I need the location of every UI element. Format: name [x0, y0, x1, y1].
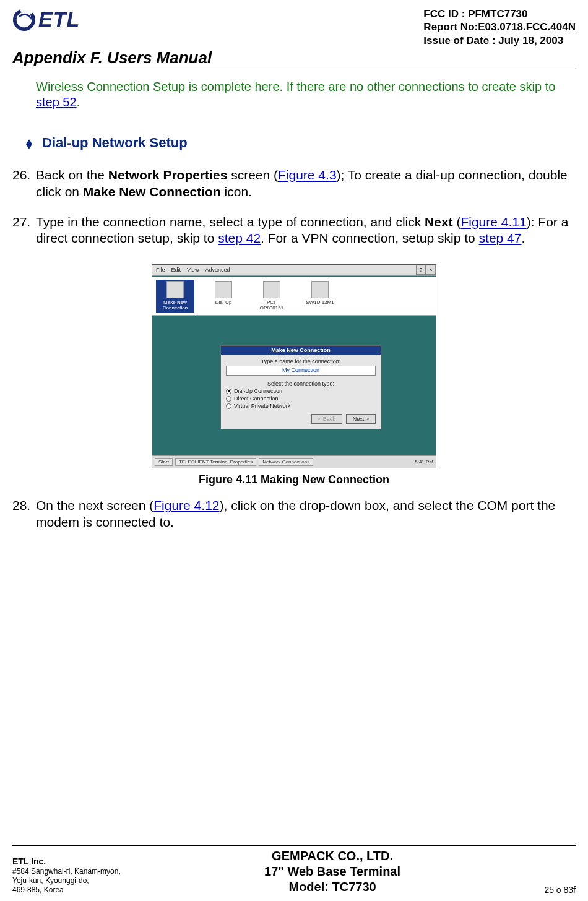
radio-label: Dial-Up Connection [234, 388, 282, 394]
step-26-text2: screen ( [227, 168, 278, 182]
menu-advanced[interactable]: Advanced [205, 267, 230, 274]
intro-body: Wireless Connection Setup is complete he… [36, 80, 555, 93]
link-figure-4-12[interactable]: Figure 4.12 [153, 498, 219, 512]
footer-left: ETL Inc. #584 Sangwhal-ri, Kanam-myon, Y… [12, 856, 121, 895]
taskbar-app-1[interactable]: TELECLIENT Terminal Properties [175, 458, 256, 466]
close-button[interactable]: × [426, 265, 436, 275]
back-button[interactable]: < Back [311, 414, 342, 424]
footer-addr1: #584 Sangwhal-ri, Kanam-myon, [12, 867, 121, 876]
make-new-connection-dialog: Make New Connection Type a name for the … [220, 345, 381, 429]
next-button[interactable]: Next > [346, 414, 376, 424]
intro-text: Wireless Connection Setup is complete he… [36, 79, 576, 110]
window-controls: ? × [416, 265, 436, 275]
icon-make-new-connection[interactable]: Make New Connection [156, 280, 194, 313]
radio-direct[interactable]: Direct Connection [226, 395, 376, 402]
icon-pci[interactable]: PCI- OP830151 [253, 280, 291, 313]
help-button[interactable]: ? [416, 265, 426, 275]
link-step-47[interactable]: step 47 [479, 231, 522, 245]
footer-center-3: Model: TC7730 [264, 879, 400, 895]
connection-name-input[interactable]: My Connection [226, 366, 376, 376]
logo-text: ETL [38, 7, 80, 32]
header-meta: FCC ID : PFMTC7730 Report No:E03.0718.FC… [423, 7, 576, 47]
appendix-title: Appendix F. Users Manual [12, 48, 576, 67]
report-no: Report No:E03.0718.FCC.404N [423, 20, 576, 33]
footer-center-1: GEMPACK CO., LTD. [264, 848, 400, 864]
icon-label: PCI- OP830151 [260, 300, 283, 311]
icon-row: Make New Connection Dial-Up PCI- OP83015… [152, 277, 436, 316]
radio-icon [226, 403, 231, 409]
dialog-title: Make New Connection [221, 346, 381, 355]
step-26-text: Back on the [36, 168, 108, 182]
step-27-text4: . For a VPN connection, setup skip to [261, 231, 479, 245]
step-27-number: 27. [12, 215, 30, 229]
link-figure-4-3[interactable]: Figure 4.3 [278, 168, 337, 182]
footer-rule [12, 845, 576, 846]
fcc-id: FCC ID : PFMTC7730 [423, 7, 576, 20]
step-26-number: 26. [12, 168, 30, 182]
step-26: 26. Back on the Network Properties scree… [12, 167, 576, 200]
step-27: 27. Type in the connection name, select … [12, 214, 576, 248]
start-button[interactable]: Start [155, 458, 173, 466]
svg-marker-1 [26, 139, 32, 149]
radio-dialup[interactable]: Dial-Up Connection [226, 388, 376, 394]
section-heading: Dial-up Network Setup [25, 135, 576, 151]
radio-label: Direct Connection [234, 395, 279, 402]
radio-icon [226, 389, 231, 394]
radio-icon [226, 396, 231, 402]
intro-after: . [77, 95, 80, 109]
page-footer: ETL Inc. #584 Sangwhal-ri, Kanam-myon, Y… [12, 845, 576, 895]
section-title: Dial-up Network Setup [42, 135, 188, 151]
etl-logo-icon [12, 8, 36, 32]
link-step-42[interactable]: step 42 [218, 231, 261, 245]
link-figure-4-11[interactable]: Figure 4.11 [460, 215, 526, 229]
icon-label: SW1D.13M1 [306, 300, 334, 305]
icon-dialup[interactable]: Dial-Up [204, 280, 243, 313]
icon-label: Dial-Up [215, 300, 232, 305]
icon-sw1d[interactable]: SW1D.13M1 [301, 280, 339, 313]
footer-addr3: 469-885, Korea [12, 886, 121, 895]
menu-file[interactable]: File [156, 267, 165, 274]
figure-caption: Figure 4.11 Making New Connection [12, 473, 576, 486]
footer-addr2: Yoju-kun, Kyounggi-do, [12, 876, 121, 886]
step-27-text2: ( [453, 215, 461, 229]
screenshot-mock: File Edit View Advanced ? × Make New Con… [152, 264, 436, 468]
step-27-text5: . [521, 231, 525, 245]
step-26-bold1: Network Properties [108, 168, 228, 182]
dialog-prompt: Type a name for the connection: [226, 358, 376, 364]
step-27-text: Type in the connection name, select a ty… [36, 215, 425, 229]
taskbar-app-2[interactable]: Network Connections [259, 458, 313, 466]
taskbar-clock: 5:41 PM [415, 459, 433, 465]
step-26-text4: icon. [221, 184, 252, 199]
figure-4-11: File Edit View Advanced ? × Make New Con… [12, 264, 576, 486]
header-rule [12, 69, 576, 69]
radio-vpn[interactable]: Virtual Private Network [226, 403, 376, 409]
svg-point-0 [12, 8, 36, 32]
footer-company: ETL Inc. [12, 856, 121, 868]
issue-date: Issue of Date : July 18, 2003 [423, 34, 576, 47]
logo-area: ETL [12, 7, 80, 32]
step-28-text: On the next screen ( [36, 498, 153, 512]
select-type-label: Select the connection type: [226, 381, 376, 387]
document-header: ETL FCC ID : PFMTC7730 Report No:E03.071… [12, 7, 576, 47]
menu-view[interactable]: View [187, 267, 199, 274]
footer-center: GEMPACK CO., LTD. 17" Web Base Terminal … [264, 848, 400, 895]
footer-center-2: 17" Web Base Terminal [264, 864, 400, 879]
page-number: 25 o 83f [544, 885, 576, 895]
step-27-bold1: Next [425, 215, 453, 229]
menubar: File Edit View Advanced [152, 265, 436, 276]
step-28: 28. On the next screen (Figure 4.12), cl… [12, 498, 576, 531]
step-28-number: 28. [12, 498, 30, 512]
diamond-bullet-icon [25, 139, 33, 150]
taskbar: Start TELECLIENT Terminal Properties Net… [152, 455, 436, 468]
step-26-bold2: Make New Connection [83, 184, 221, 199]
link-step-52[interactable]: step 52 [36, 95, 77, 109]
radio-label: Virtual Private Network [234, 403, 290, 409]
menu-edit[interactable]: Edit [171, 267, 181, 274]
icon-label: Make New Connection [163, 300, 188, 311]
